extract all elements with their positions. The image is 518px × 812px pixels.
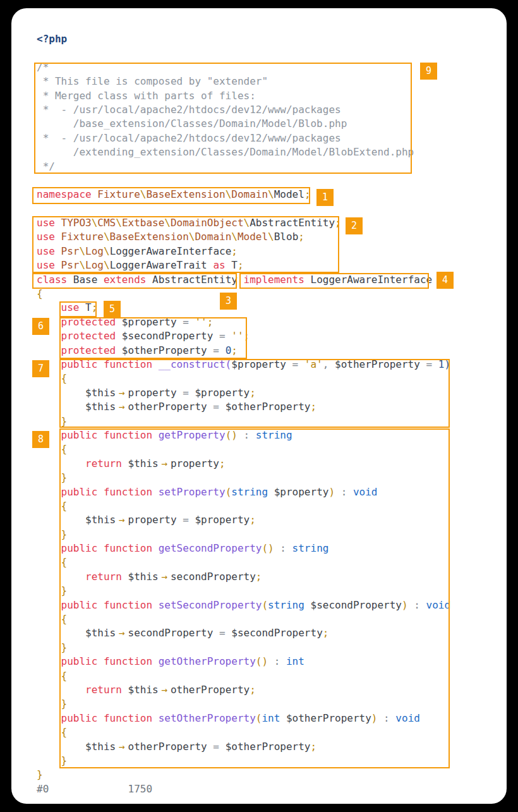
annotation-label-6: 6 — [32, 318, 49, 335]
annotation-label-1: 1 — [316, 189, 334, 206]
annotation-box-8 — [59, 428, 450, 768]
annotation-label-2: 2 — [346, 217, 363, 234]
annotation-box-5 — [59, 301, 97, 317]
annotation-label-4: 4 — [437, 272, 454, 289]
annotation-label-3: 3 — [220, 293, 237, 310]
annotation-box-3 — [32, 273, 237, 289]
code-line — [37, 174, 450, 188]
code-line: { — [37, 287, 450, 301]
annotation-box-9 — [34, 63, 412, 174]
code-card: <?php /* * This file is composed by "ext… — [11, 8, 507, 804]
annotation-box-7 — [59, 359, 450, 428]
annotation-label-9: 9 — [420, 63, 437, 80]
code-line: use T; — [37, 301, 450, 315]
code-line: <?php — [37, 32, 450, 46]
screenshot-page: <?php /* * This file is composed by "ext… — [0, 0, 518, 812]
code-line — [37, 202, 450, 216]
annotation-box-1 — [32, 187, 310, 204]
annotation-box-4 — [239, 273, 429, 289]
code-line — [37, 46, 450, 60]
annotation-box-2 — [32, 216, 339, 273]
code-line: #0 1750 — [37, 782, 450, 796]
annotation-label-7: 7 — [32, 360, 49, 377]
code-line: } — [37, 768, 450, 782]
annotation-label-5: 5 — [104, 301, 121, 318]
annotation-label-8: 8 — [32, 431, 49, 448]
annotation-box-6 — [59, 317, 247, 359]
